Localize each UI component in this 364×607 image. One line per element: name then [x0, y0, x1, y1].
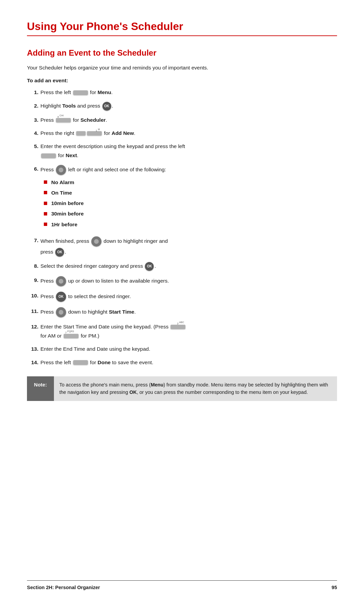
- options-list: No Alarm On Time 10min before 30min befo…: [44, 178, 337, 228]
- step-2-content: Highlight Tools and press OK.: [40, 102, 337, 111]
- step-11-bold: Start Time: [109, 309, 134, 315]
- step-6: 6. Press left or right and select one of…: [27, 165, 337, 231]
- option-4-label: 30min before: [51, 210, 84, 218]
- ok-button-7: OK: [55, 248, 64, 257]
- button-part2: 1 M: [87, 131, 102, 136]
- step-11-content: Press down to highlight Start Time.: [40, 307, 337, 317]
- step-13-content: Enter the End Time and Date using the ke…: [40, 345, 337, 353]
- step-5: 5. Enter the event description using the…: [27, 142, 337, 160]
- step-5-bold: Next: [66, 152, 77, 158]
- footer: Section 2H: Personal Organizer 95: [27, 580, 337, 590]
- step-num-1: 1.: [27, 88, 40, 96]
- step-7-content: When finished, press down to highlight r…: [40, 236, 337, 257]
- step-14: 14. Press the left for Done to save the …: [27, 358, 337, 366]
- step-8-content: Select the desired ringer category and p…: [40, 262, 337, 271]
- step-num-11: 11.: [27, 307, 40, 315]
- nav-button-9: [56, 276, 66, 286]
- step-13: 13. Enter the End Time and Date using th…: [27, 345, 337, 353]
- option-2-label: On Time: [51, 189, 72, 197]
- step-6-content: Press left or right and select one of th…: [40, 165, 337, 231]
- right-buttons-4: 1 M: [76, 131, 102, 136]
- step-num-13: 13.: [27, 345, 40, 353]
- footer-page-num: 95: [332, 585, 337, 590]
- step-1-content: Press the left for Menu.: [40, 88, 337, 96]
- step-7-cont: press OK.: [40, 248, 337, 257]
- note-content: To access the phone's main menu, press (…: [54, 376, 337, 401]
- ok-button-2: OK: [102, 102, 111, 111]
- step-4-bold: Add New: [112, 130, 134, 136]
- seven-button: 7 PQRS: [64, 334, 79, 338]
- ok-button-10: OK: [56, 292, 66, 302]
- menu-bold: Menu: [151, 382, 163, 387]
- four-label: 4 CHI: [57, 114, 64, 119]
- step-12-cont: for AM or 7 PQRS for PM.): [40, 332, 337, 340]
- step-10-content: Press OK to select the desired ringer.: [40, 292, 337, 302]
- step-2: 2. Highlight Tools and press OK.: [27, 102, 337, 111]
- step-4-content: Press the right 1 M for Add New.: [40, 129, 337, 137]
- option-1-label: No Alarm: [51, 178, 74, 186]
- step-2-bold: Tools: [62, 103, 76, 109]
- step-8: 8. Select the desired ringer category an…: [27, 262, 337, 271]
- soft-left-button-1: [73, 90, 88, 95]
- step-num-9: 9.: [27, 276, 40, 284]
- step-5-content: Enter the event description using the ke…: [40, 142, 337, 160]
- step-12: 12. Enter the Start Time and Date using …: [27, 323, 337, 340]
- two-label: 2 ABC: [177, 321, 184, 326]
- seven-label: 7 PQRS: [65, 330, 74, 335]
- option-5-label: 1Hr before: [51, 221, 78, 228]
- bullet-3: [44, 202, 47, 205]
- step-10: 10. Press OK to select the desired ringe…: [27, 292, 337, 302]
- step-1-bold: Menu: [97, 89, 111, 95]
- to-add-label: To add an event:: [27, 78, 337, 84]
- step-num-12: 12.: [27, 323, 40, 330]
- step-4: 4. Press the right 1 M for Add New.: [27, 129, 337, 137]
- step-num-3: 3.: [27, 116, 40, 124]
- step-num-5: 5.: [27, 142, 40, 150]
- step-14-bold: Done: [97, 359, 111, 365]
- step-3-bold: Scheduler: [81, 117, 106, 123]
- page-title: Using Your Phone's Scheduler: [27, 20, 337, 33]
- section-title: Adding an Event to the Scheduler: [27, 48, 337, 58]
- title-divider: [27, 35, 337, 36]
- option-no-alarm: No Alarm: [44, 178, 337, 186]
- bullet-5: [44, 223, 47, 226]
- one-label: 1 M: [96, 128, 100, 133]
- step-11: 11. Press down to highlight Start Time.: [27, 307, 337, 317]
- option-10min: 10min before: [44, 199, 337, 207]
- nav-button-11: [56, 307, 66, 317]
- step-9-content: Press up or down to listen to the availa…: [40, 276, 337, 286]
- four-button: 4 CHI: [56, 118, 71, 122]
- two-button: 2 ABC: [171, 325, 185, 329]
- steps-list: 1. Press the left for Menu. 2. Highlight…: [27, 88, 337, 366]
- step-num-14: 14.: [27, 358, 40, 366]
- step-num-7: 7.: [27, 236, 40, 244]
- bullet-2: [44, 191, 47, 194]
- intro-text: Your Scheduler helps organize your time …: [27, 64, 337, 71]
- step-1: 1. Press the left for Menu.: [27, 88, 337, 96]
- option-1hr: 1Hr before: [44, 221, 337, 228]
- nav-button-6: [56, 165, 66, 175]
- bullet-1: [44, 180, 47, 184]
- step-num-4: 4.: [27, 129, 40, 137]
- step-num-2: 2.: [27, 102, 40, 110]
- bullet-4: [44, 212, 47, 215]
- ok-bold: OK: [129, 389, 137, 395]
- nav-button-7: [91, 236, 101, 247]
- option-30min: 30min before: [44, 210, 337, 218]
- step-3: 3. Press 4 CHI for Scheduler.: [27, 116, 337, 124]
- step-14-content: Press the left for Done to save the even…: [40, 358, 337, 366]
- step-9: 9. Press up or down to listen to the ava…: [27, 276, 337, 286]
- step-3-content: Press 4 CHI for Scheduler.: [40, 116, 337, 124]
- soft-left-button-14: [73, 360, 88, 365]
- note-label: Note:: [27, 376, 54, 401]
- step-12-content: Enter the Start Time and Date using the …: [40, 323, 337, 340]
- button-part1: [76, 131, 86, 136]
- step-7: 7. When finished, press down to highligh…: [27, 236, 337, 257]
- soft-left-button-5: [41, 153, 56, 158]
- step-5-cont: for Next.: [40, 151, 337, 159]
- footer-section: Section 2H: Personal Organizer: [27, 585, 100, 590]
- step-num-10: 10.: [27, 292, 40, 299]
- option-on-time: On Time: [44, 189, 337, 197]
- note-box: Note: To access the phone's main menu, p…: [27, 376, 337, 401]
- ok-button-8: OK: [145, 262, 154, 271]
